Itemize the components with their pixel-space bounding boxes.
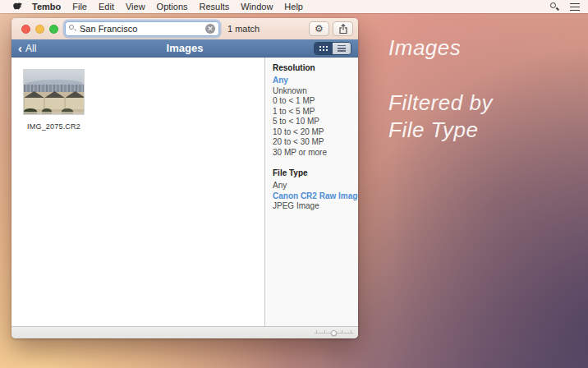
view-mode-segmented-control	[314, 42, 351, 55]
filter-filetype-any[interactable]: Any	[273, 181, 358, 191]
close-window-button[interactable]	[21, 25, 30, 34]
filter-resolution-any[interactable]: Any	[273, 76, 358, 85]
filter-filetype-canon-cr2[interactable]: Canon CR2 Raw Image	[273, 191, 358, 201]
desktop-wallpaper-text: Images Filtered by File Type	[388, 34, 493, 144]
apple-menu-icon[interactable]	[13, 2, 22, 12]
wallpaper-subtitle-line1: Filtered by	[388, 90, 493, 117]
back-button-label: All	[25, 43, 36, 54]
menu-item-options[interactable]: Options	[157, 2, 188, 12]
zoom-window-button[interactable]	[49, 25, 58, 34]
menu-item-window[interactable]: Window	[241, 2, 273, 12]
menu-item-app-name[interactable]: Tembo	[32, 2, 61, 12]
menu-item-view[interactable]: View	[126, 2, 145, 12]
menu-item-help[interactable]: Help	[284, 2, 303, 12]
thumbnail-houses	[24, 92, 84, 114]
filter-resolution-10-20mp[interactable]: 10 to < 20 MP	[273, 127, 358, 137]
list-view-button[interactable]	[333, 43, 351, 54]
menu-bar: Tembo File Edit View Options Results Win…	[0, 0, 588, 13]
search-input[interactable]: San Francisco ✕	[65, 21, 219, 36]
window-titlebar[interactable]: San Francisco ✕ 1 match ⚙	[11, 18, 358, 39]
gear-icon: ⚙	[315, 24, 324, 34]
action-gear-button[interactable]: ⚙	[309, 21, 329, 36]
match-count-label: 1 match	[227, 24, 260, 34]
thumbnail-filename: IMG_2075.CR2	[23, 122, 85, 131]
menu-item-edit[interactable]: Edit	[99, 2, 114, 12]
menu-item-file[interactable]: File	[72, 2, 87, 12]
slider-knob[interactable]	[331, 330, 337, 336]
results-grid: IMG_2075.CR2	[11, 58, 264, 326]
result-item[interactable]: IMG_2075.CR2	[23, 69, 85, 131]
notification-center-icon[interactable]	[570, 2, 580, 12]
resolution-header: Resolution	[273, 63, 358, 73]
thumbnail-size-slider[interactable]	[315, 330, 354, 336]
menu-item-results[interactable]: Results	[200, 2, 230, 12]
photo-thumbnail[interactable]	[23, 69, 85, 115]
filter-resolution-5-10mp[interactable]: 5 to < 10 MP	[273, 117, 358, 126]
window-statusbar	[11, 326, 358, 338]
clear-search-icon[interactable]: ✕	[205, 24, 215, 34]
share-button[interactable]	[333, 21, 353, 36]
filter-sidebar: Resolution Any Unknown 0 to < 1 MP 1 to …	[264, 58, 358, 326]
grid-view-button[interactable]	[315, 43, 333, 54]
grid-view-icon	[319, 46, 321, 48]
filter-resolution-30mp-more[interactable]: 30 MP or more	[273, 148, 358, 158]
list-view-icon	[338, 45, 346, 52]
share-icon	[338, 24, 348, 34]
filter-resolution-unknown[interactable]: Unknown	[273, 86, 358, 96]
back-button[interactable]: ‹ All	[18, 43, 36, 54]
filter-resolution-1-5mp[interactable]: 1 to < 5 MP	[273, 107, 358, 117]
chevron-left-icon: ‹	[18, 43, 22, 54]
search-value[interactable]: San Francisco	[80, 24, 205, 34]
results-toolbar: Images ‹ All	[11, 39, 358, 58]
toolbar-title: Images	[11, 42, 358, 54]
wallpaper-subtitle-line2: File Type	[388, 117, 493, 144]
search-icon	[69, 25, 77, 33]
file-type-header: File Type	[273, 168, 358, 178]
filter-resolution-20-30mp[interactable]: 20 to < 30 MP	[273, 137, 358, 147]
filter-filetype-jpeg[interactable]: JPEG Image	[273, 201, 358, 211]
tembo-window: San Francisco ✕ 1 match ⚙ Images ‹ All	[11, 18, 358, 338]
minimize-window-button[interactable]	[35, 25, 44, 34]
wallpaper-title: Images	[388, 34, 493, 62]
filter-resolution-0-1mp[interactable]: 0 to < 1 MP	[273, 96, 358, 106]
desktop-background: Images Filtered by File Type Tembo File …	[0, 0, 588, 368]
spotlight-search-icon[interactable]	[549, 2, 560, 12]
